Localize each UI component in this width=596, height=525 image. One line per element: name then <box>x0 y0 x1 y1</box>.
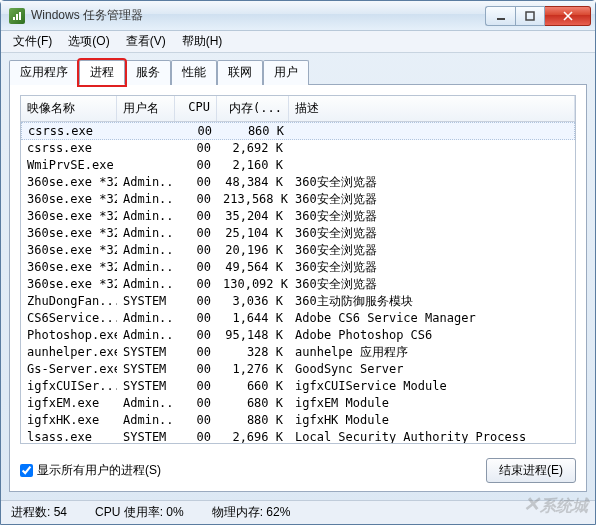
svg-rect-4 <box>526 12 534 20</box>
cell: 360se.exe *32 <box>21 276 117 293</box>
col-user[interactable]: 用户名 <box>117 96 175 121</box>
cell: igfxEM.exe <box>21 395 117 412</box>
table-row[interactable]: 360se.exe *32Admin...00213,568 K360安全浏览器 <box>21 191 575 208</box>
table-row[interactable]: 360se.exe *32Admin...0025,104 K360安全浏览器 <box>21 225 575 242</box>
table-row[interactable]: 360se.exe *32Admin...0048,384 K360安全浏览器 <box>21 174 575 191</box>
window-controls <box>485 6 591 26</box>
table-row[interactable]: csrss.exe00860 K <box>21 122 575 140</box>
col-memory[interactable]: 内存(... <box>217 96 289 121</box>
cell: Admin... <box>117 259 175 276</box>
end-process-button[interactable]: 结束进程(E) <box>486 458 576 483</box>
cell: 00 <box>175 429 217 443</box>
tab-performance[interactable]: 性能 <box>171 60 217 85</box>
tab-services[interactable]: 服务 <box>125 60 171 85</box>
cell: Admin... <box>117 208 175 225</box>
cell: WmiPrvSE.exe <box>21 157 117 174</box>
tab-networking[interactable]: 联网 <box>217 60 263 85</box>
table-row[interactable]: igfxHK.exeAdmin...00880 KigfxHK Module <box>21 412 575 429</box>
statusbar: 进程数: 54 CPU 使用率: 0% 物理内存: 62% <box>1 500 595 524</box>
cell: Photoshop.exe <box>21 327 117 344</box>
close-icon <box>562 11 574 21</box>
cell: 360安全浏览器 <box>289 242 575 259</box>
col-cpu[interactable]: CPU <box>175 96 217 121</box>
minimize-icon <box>496 11 506 21</box>
table-row[interactable]: CS6Service...Admin...001,644 KAdobe CS6 … <box>21 310 575 327</box>
svg-rect-0 <box>13 17 15 20</box>
table-row[interactable]: Gs-Server.exeSYSTEM001,276 KGoodSync Ser… <box>21 361 575 378</box>
cell: 00 <box>175 327 217 344</box>
cell <box>289 157 575 174</box>
tab-processes[interactable]: 进程 <box>79 60 125 85</box>
close-button[interactable] <box>545 6 591 26</box>
tab-applications[interactable]: 应用程序 <box>9 60 79 85</box>
maximize-button[interactable] <box>515 6 545 26</box>
cell: 00 <box>175 378 217 395</box>
cell: SYSTEM <box>117 429 175 443</box>
table-row[interactable]: 360se.exe *32Admin...0035,204 K360安全浏览器 <box>21 208 575 225</box>
cell: Adobe CS6 Service Manager <box>289 310 575 327</box>
cell: igfxEM Module <box>289 395 575 412</box>
table-row[interactable]: Photoshop.exeAdmin...0095,148 KAdobe Pho… <box>21 327 575 344</box>
cell: 360se.exe *32 <box>21 259 117 276</box>
cell: 00 <box>175 310 217 327</box>
menu-view[interactable]: 查看(V) <box>118 31 174 52</box>
cell: 360se.exe *32 <box>21 174 117 191</box>
tab-users[interactable]: 用户 <box>263 60 309 85</box>
cell: aunhelpe 应用程序 <box>289 344 575 361</box>
cell: 20,196 K <box>217 242 289 259</box>
titlebar[interactable]: Windows 任务管理器 <box>1 1 595 31</box>
cell: Admin... <box>117 174 175 191</box>
cell: Admin... <box>117 327 175 344</box>
cell: SYSTEM <box>117 344 175 361</box>
cell: 2,696 K <box>217 429 289 443</box>
cell: SYSTEM <box>117 361 175 378</box>
table-row[interactable]: lsass.exeSYSTEM002,696 KLocal Security A… <box>21 429 575 443</box>
show-all-users-input[interactable] <box>20 464 33 477</box>
cell: 3,036 K <box>217 293 289 310</box>
cell: 2,692 K <box>217 140 289 157</box>
table-body[interactable]: csrss.exe00860 Kcsrss.exe002,692 KWmiPrv… <box>21 122 575 443</box>
cell: Admin... <box>117 276 175 293</box>
menu-help[interactable]: 帮助(H) <box>174 31 231 52</box>
table-row[interactable]: igfxCUISer...SYSTEM00660 KigfxCUIService… <box>21 378 575 395</box>
table-row[interactable]: igfxEM.exeAdmin...00680 KigfxEM Module <box>21 395 575 412</box>
cell: lsass.exe <box>21 429 117 443</box>
cell <box>118 123 176 139</box>
cell: 360se.exe *32 <box>21 191 117 208</box>
tab-strip: 应用程序 进程 服务 性能 联网 用户 <box>1 53 595 84</box>
cell: 00 <box>175 361 217 378</box>
table-row[interactable]: WmiPrvSE.exe002,160 K <box>21 157 575 174</box>
cell: 00 <box>175 242 217 259</box>
cell: 360安全浏览器 <box>289 208 575 225</box>
menu-options[interactable]: 选项(O) <box>60 31 117 52</box>
cell: 48,384 K <box>217 174 289 191</box>
cell: GoodSync Server <box>289 361 575 378</box>
cell: 860 K <box>218 123 290 139</box>
cell: CS6Service... <box>21 310 117 327</box>
table-row[interactable]: csrss.exe002,692 K <box>21 140 575 157</box>
table-row[interactable]: 360se.exe *32Admin...00130,092 K360安全浏览器 <box>21 276 575 293</box>
minimize-button[interactable] <box>485 6 515 26</box>
table-row[interactable]: 360se.exe *32Admin...0049,564 K360安全浏览器 <box>21 259 575 276</box>
table-row[interactable]: aunhelper.exeSYSTEM00328 Kaunhelpe 应用程序 <box>21 344 575 361</box>
menu-file[interactable]: 文件(F) <box>5 31 60 52</box>
cell: csrss.exe <box>22 123 118 139</box>
svg-rect-2 <box>19 12 21 20</box>
cell: Admin... <box>117 412 175 429</box>
show-all-users-checkbox[interactable]: 显示所有用户的进程(S) <box>20 462 161 479</box>
cell: 49,564 K <box>217 259 289 276</box>
show-all-users-label: 显示所有用户的进程(S) <box>37 462 161 479</box>
cell: 360安全浏览器 <box>289 174 575 191</box>
cell: igfxHK Module <box>289 412 575 429</box>
col-image-name[interactable]: 映像名称 <box>21 96 117 121</box>
cell: 360安全浏览器 <box>289 276 575 293</box>
cell: Admin... <box>117 191 175 208</box>
cell: 00 <box>176 123 218 139</box>
cell: 880 K <box>217 412 289 429</box>
col-description[interactable]: 描述 <box>289 96 575 121</box>
table-row[interactable]: ZhuDongFan...SYSTEM003,036 K360主动防御服务模块 <box>21 293 575 310</box>
cell: 1,276 K <box>217 361 289 378</box>
cell: 00 <box>175 259 217 276</box>
cell: Admin... <box>117 225 175 242</box>
table-row[interactable]: 360se.exe *32Admin...0020,196 K360安全浏览器 <box>21 242 575 259</box>
